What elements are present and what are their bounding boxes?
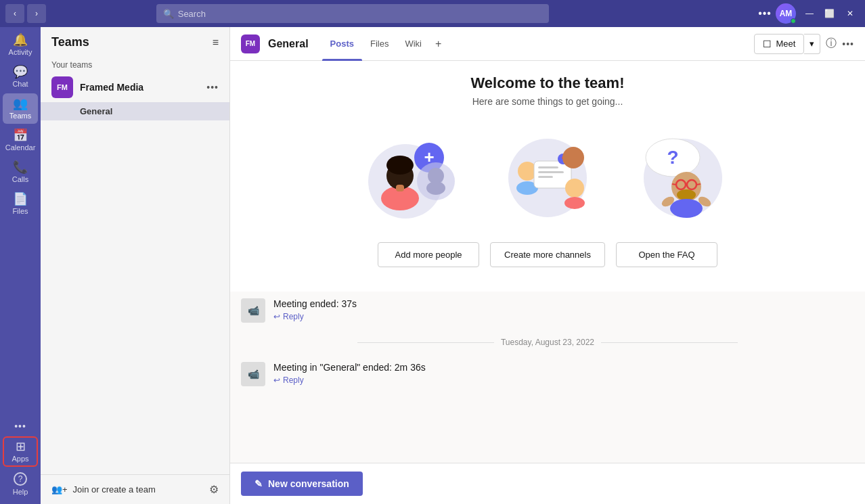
meet-button-group: ☐ Meet ▾: [754, 34, 820, 54]
channel-name: General: [268, 38, 309, 50]
svg-point-9: [426, 181, 445, 195]
titlebar-more-button[interactable]: •••: [758, 7, 772, 20]
join-create-team-button[interactable]: 👥+ Join or create a team: [51, 484, 156, 495]
chat-label: Chat: [12, 80, 28, 88]
apps-label: Apps: [12, 455, 28, 463]
avatar-status: [791, 18, 796, 24]
sidebar-section-label: Your teams: [41, 58, 229, 72]
messages-area: 📹 Meeting ended: 37s ↩ Reply Tuesday, Au…: [230, 292, 865, 463]
teams-icon: 👥: [13, 97, 28, 110]
svg-rect-4: [396, 185, 404, 191]
reply-icon-2: ↩: [273, 375, 280, 385]
channel-header: FM General Posts Files Wiki + ☐ Meet ▾ ⓘ…: [230, 27, 865, 61]
sidebar: Teams ≡ Your teams FM Framed Media ••• G…: [41, 27, 230, 504]
search-icon: 🔍: [163, 9, 174, 19]
svg-line-29: [672, 184, 676, 185]
main-content: FM General Posts Files Wiki + ☐ Meet ▾ ⓘ…: [230, 27, 865, 504]
sidebar-item-teams[interactable]: 👥 Teams: [3, 93, 38, 124]
svg-text:?: ?: [667, 147, 678, 168]
close-button[interactable]: ✕: [841, 4, 860, 23]
new-conversation-label: New conversation: [268, 478, 349, 489]
meeting-icon-2: 📹: [241, 362, 265, 386]
back-button[interactable]: ‹: [5, 4, 24, 23]
action-buttons: Add more people Create more channels Ope…: [241, 242, 854, 267]
welcome-title: Welcome to the team!: [241, 74, 854, 92]
message-content-2: Meeting in "General" ended: 2m 36s ↩ Rep…: [273, 362, 854, 385]
svg-rect-15: [538, 171, 564, 173]
reply-button[interactable]: ↩ Reply: [273, 312, 854, 321]
content-area: Welcome to the team! Here are some thing…: [230, 61, 865, 463]
sidebar-item-calls[interactable]: 📞 Calls: [3, 157, 38, 187]
svg-point-32: [670, 199, 703, 218]
tab-wiki[interactable]: Wiki: [397, 27, 430, 61]
meet-dropdown-button[interactable]: ▾: [804, 34, 820, 54]
meet-icon: ☐: [763, 39, 772, 49]
new-conversation-icon: ✎: [254, 478, 263, 489]
team-item-framed-media[interactable]: FM Framed Media •••: [41, 72, 229, 102]
svg-rect-14: [538, 166, 558, 168]
maximize-button[interactable]: ⬜: [820, 4, 839, 23]
table-row: 📹 Meeting ended: 37s ↩ Reply: [230, 292, 865, 329]
sidebar-item-apps[interactable]: ⊞ Apps: [3, 436, 38, 467]
team-name: Framed Media: [80, 82, 200, 93]
minimize-button[interactable]: —: [800, 4, 819, 23]
sidebar-footer: 👥+ Join or create a team ⚙: [41, 474, 229, 504]
reply-icon: ↩: [273, 312, 280, 321]
add-people-illustration: +: [358, 120, 466, 229]
open-faq-button[interactable]: Open the FAQ: [616, 242, 717, 267]
sidebar-item-calendar[interactable]: 📅 Calendar: [3, 125, 38, 156]
svg-line-30: [696, 184, 701, 185]
sidebar-item-files[interactable]: 📄 Files: [3, 189, 38, 219]
search-bar[interactable]: 🔍: [156, 4, 549, 23]
reply-label-2: Reply: [283, 375, 304, 385]
tab-files[interactable]: Files: [362, 27, 397, 61]
sidebar-item-more[interactable]: •••: [3, 417, 38, 435]
activity-label: Activity: [9, 48, 32, 56]
svg-point-3: [386, 156, 414, 175]
svg-point-20: [565, 179, 584, 198]
team-more-button[interactable]: •••: [206, 82, 219, 93]
channel-tabs: Posts Files Wiki +: [322, 27, 447, 61]
meet-label: Meet: [776, 39, 795, 49]
sidebar-title: Teams: [51, 35, 89, 49]
channel-more-button[interactable]: •••: [842, 39, 854, 49]
titlebar-right: ••• AM — ⬜ ✕: [758, 3, 860, 24]
sidebar-item-chat[interactable]: 💬 Chat: [3, 62, 38, 92]
forward-button[interactable]: ›: [27, 4, 46, 23]
more-icon: •••: [14, 421, 26, 431]
new-conversation-button[interactable]: ✎ New conversation: [241, 472, 363, 496]
help-label: Help: [13, 488, 28, 496]
team-avatar: FM: [51, 76, 73, 98]
channel-item-general[interactable]: General: [41, 102, 229, 120]
welcome-subtitle: Here are some things to get going...: [241, 96, 854, 107]
activity-icon: 🔔: [13, 34, 28, 46]
create-more-channels-button[interactable]: Create more channels: [490, 242, 605, 267]
left-rail: 🔔 Activity 💬 Chat 👥 Teams 📅 Calendar 📞 C…: [0, 27, 41, 504]
reply-button-2[interactable]: ↩ Reply: [273, 375, 854, 385]
files-label: Files: [12, 207, 28, 215]
svg-point-19: [562, 147, 584, 168]
date-divider: Tuesday, August 23, 2022: [230, 329, 865, 355]
meeting-icon: 📹: [241, 298, 265, 323]
search-input[interactable]: [178, 9, 542, 19]
settings-button[interactable]: ⚙: [209, 483, 219, 496]
svg-rect-16: [538, 176, 553, 178]
titlebar: ‹ › 🔍 ••• AM — ⬜ ✕: [0, 0, 865, 27]
join-create-label: Join or create a team: [73, 484, 156, 495]
message-text: Meeting ended: 37s: [273, 298, 854, 309]
files-icon: 📄: [13, 193, 28, 205]
header-right: ☐ Meet ▾ ⓘ •••: [754, 34, 854, 54]
sidebar-item-activity[interactable]: 🔔 Activity: [3, 30, 38, 60]
channel-info-button[interactable]: ⓘ: [826, 37, 837, 51]
add-tab-button[interactable]: +: [430, 27, 447, 61]
sidebar-edit-button[interactable]: ≡: [213, 37, 219, 49]
calendar-label: Calendar: [5, 143, 36, 152]
user-avatar[interactable]: AM: [776, 3, 796, 24]
meet-button[interactable]: ☐ Meet: [754, 34, 804, 54]
join-create-icon: 👥+: [51, 484, 68, 495]
calendar-icon: 📅: [13, 129, 28, 141]
teams-label: Teams: [9, 112, 31, 120]
sidebar-item-help[interactable]: ? Help: [3, 468, 38, 500]
tab-posts[interactable]: Posts: [322, 27, 362, 61]
add-more-people-button[interactable]: Add more people: [378, 242, 479, 267]
